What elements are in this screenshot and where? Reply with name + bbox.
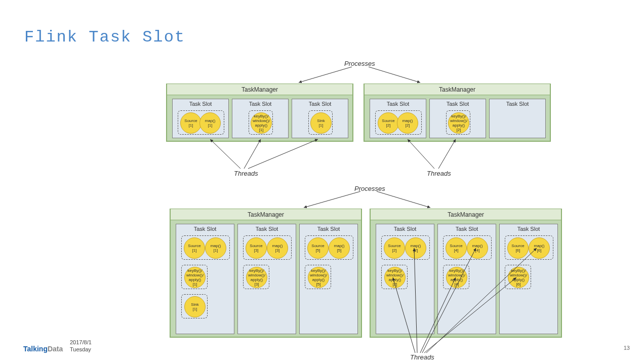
op-group: Source[2] map()[2] bbox=[381, 235, 430, 260]
keyby-circle: keyBy()/window()/apply()[1] bbox=[184, 267, 206, 288]
keyby-circle: keyBy()/window()/apply()[5] bbox=[308, 267, 329, 288]
tm-title: TaskManager bbox=[167, 84, 352, 95]
threads-label-1b: Threads bbox=[427, 170, 451, 177]
source-circle: Source[4] bbox=[446, 237, 467, 259]
keyby-circle: keyBy()/window()/apply()[2] bbox=[384, 267, 406, 288]
slot-title: Task Slot bbox=[173, 99, 228, 108]
logo: TalkingData bbox=[23, 345, 63, 353]
d1-tm1-slot2: Task Slot keyBy()/window()/apply()[1] bbox=[232, 99, 289, 138]
op-group: Source[6] map()[6] bbox=[505, 235, 553, 260]
d1-taskmanager-2: TaskManager Task Slot Source[2] map()[2]… bbox=[364, 84, 551, 142]
op-group: Source[3] map()[3] bbox=[243, 235, 292, 260]
d2-tm1-slot1: Task Slot Source[1] map()[1] keyBy()/win… bbox=[176, 224, 234, 334]
footer-date: 2017/8/1 Tuesday bbox=[70, 339, 92, 353]
svg-line-4 bbox=[248, 139, 318, 169]
d2-taskmanager-2: TaskManager Task Slot Source[2] map()[2]… bbox=[370, 209, 562, 338]
source-circle: Source[2] bbox=[384, 237, 405, 259]
d2-tm2-slot2: Task Slot Source[4] map()[4] keyBy()/win… bbox=[437, 224, 496, 334]
map-circle: map()[1] bbox=[205, 237, 226, 259]
slot-title: Task Slot bbox=[300, 224, 357, 233]
d2-taskmanager-1: TaskManager Task Slot Source[1] map()[1]… bbox=[170, 209, 362, 338]
svg-line-7 bbox=[304, 191, 360, 208]
keyby-circle: keyBy()/window()/apply()[2] bbox=[448, 112, 469, 134]
d1-taskmanager-1: TaskManager Task Slot Source[1] map()[1]… bbox=[166, 84, 353, 142]
slot-title: Task Slot bbox=[490, 99, 545, 108]
processes-label-1: Processes bbox=[344, 60, 375, 67]
slot-title: Task Slot bbox=[292, 99, 348, 108]
source-circle: Source[6] bbox=[507, 237, 529, 259]
d2-tm1-slot3: Task Slot Source[5] map()[5] keyBy()/win… bbox=[299, 224, 358, 334]
keyby-circle: keyBy()/window()/apply()[6] bbox=[508, 267, 529, 288]
op-group: keyBy()/window()/apply()[2] bbox=[381, 265, 408, 289]
date-text: 2017/8/1 bbox=[70, 339, 92, 345]
source-circle: Source[5] bbox=[307, 237, 329, 259]
d1-tm1-slot3: Task Slot Sink[1] bbox=[292, 99, 348, 138]
slot-title: Task Slot bbox=[370, 99, 426, 108]
svg-line-5 bbox=[408, 139, 434, 169]
op-group: keyBy()/window()/apply()[5] bbox=[305, 265, 331, 289]
svg-line-3 bbox=[244, 139, 261, 169]
source-circle: Source[2] bbox=[378, 112, 399, 134]
map-circle: map()[5] bbox=[329, 237, 350, 259]
processes-label-2: Processes bbox=[354, 185, 385, 192]
keyby-circle: keyBy()/window()/apply()[1] bbox=[251, 112, 272, 134]
d1-tm2-slot1: Task Slot Source[2] map()[2] bbox=[370, 99, 426, 138]
keyby-circle: keyBy()/window()/apply()[3] bbox=[246, 267, 267, 288]
slot-title: Task Slot bbox=[500, 224, 557, 233]
op-group: Source[1] map()[1] bbox=[178, 110, 224, 135]
slide-title: Flink Task Slot bbox=[24, 28, 185, 47]
logo-part2: Data bbox=[48, 345, 63, 353]
op-group: keyBy()/window()/apply()[1] bbox=[181, 265, 208, 289]
day-text: Tuesday bbox=[70, 346, 91, 352]
svg-line-2 bbox=[210, 139, 240, 169]
d2-tm1-slot2: Task Slot Source[3] map()[3] keyBy()/win… bbox=[237, 224, 296, 334]
svg-line-6 bbox=[438, 139, 456, 169]
svg-line-1 bbox=[369, 67, 420, 83]
d1-tm2-slot2: Task Slot keyBy()/window()/apply()[2] bbox=[429, 99, 486, 138]
source-circle: Source[1] bbox=[184, 237, 205, 259]
map-circle: map()[4] bbox=[467, 237, 488, 259]
keyby-circle: keyBy()/window()/apply()[4] bbox=[446, 267, 467, 288]
source-circle: Source[3] bbox=[246, 237, 267, 259]
op-group: Sink[1] bbox=[181, 294, 208, 318]
op-group: keyBy()/window()/apply()[3] bbox=[243, 265, 269, 289]
slot-title: Task Slot bbox=[376, 224, 434, 233]
op-group: Source[5] map()[5] bbox=[305, 235, 353, 260]
map-circle: map()[6] bbox=[529, 237, 550, 259]
tm-title: TaskManager bbox=[365, 84, 550, 95]
source-circle: Source[1] bbox=[180, 112, 202, 134]
svg-line-0 bbox=[299, 67, 352, 83]
op-group: Sink[1] bbox=[308, 110, 333, 135]
slot-title: Task Slot bbox=[176, 224, 234, 233]
tm-title: TaskManager bbox=[371, 209, 561, 220]
slot-title: Task Slot bbox=[232, 99, 288, 108]
op-group: keyBy()/window()/apply()[6] bbox=[505, 265, 531, 289]
op-group: Source[4] map()[4] bbox=[443, 235, 492, 260]
threads-label-2: Threads bbox=[410, 353, 434, 361]
d1-tm2-slot3: Task Slot bbox=[489, 99, 546, 138]
d1-tm1-slot1: Task Slot Source[1] map()[1] bbox=[172, 99, 229, 138]
op-group: keyBy()/window()/apply()[1] bbox=[249, 110, 273, 135]
op-group: keyBy()/window()/apply()[2] bbox=[446, 110, 470, 135]
page-number: 13 bbox=[624, 345, 630, 351]
map-circle: map()[2] bbox=[405, 237, 426, 259]
map-circle: map()[3] bbox=[267, 237, 288, 259]
logo-part1: Talking bbox=[23, 345, 48, 353]
threads-label-1a: Threads bbox=[234, 170, 258, 177]
d2-tm2-slot1: Task Slot Source[2] map()[2] keyBy()/win… bbox=[376, 224, 434, 334]
d2-tm2-slot3: Task Slot Source[6] map()[6] keyBy()/win… bbox=[499, 224, 558, 334]
sink-circle: Sink[1] bbox=[184, 296, 206, 317]
slot-title: Task Slot bbox=[238, 224, 296, 233]
map-circle: map()[1] bbox=[199, 112, 221, 134]
tm-title: TaskManager bbox=[171, 209, 361, 220]
map-circle: map()[2] bbox=[397, 112, 418, 134]
slot-title: Task Slot bbox=[430, 99, 486, 108]
op-group: Source[1] map()[1] bbox=[181, 235, 230, 260]
slot-title: Task Slot bbox=[438, 224, 496, 233]
op-group: Source[2] map()[2] bbox=[375, 110, 422, 135]
sink-circle: Sink[1] bbox=[310, 112, 332, 134]
op-group: keyBy()/window()/apply()[4] bbox=[443, 265, 469, 289]
svg-line-8 bbox=[377, 191, 430, 208]
